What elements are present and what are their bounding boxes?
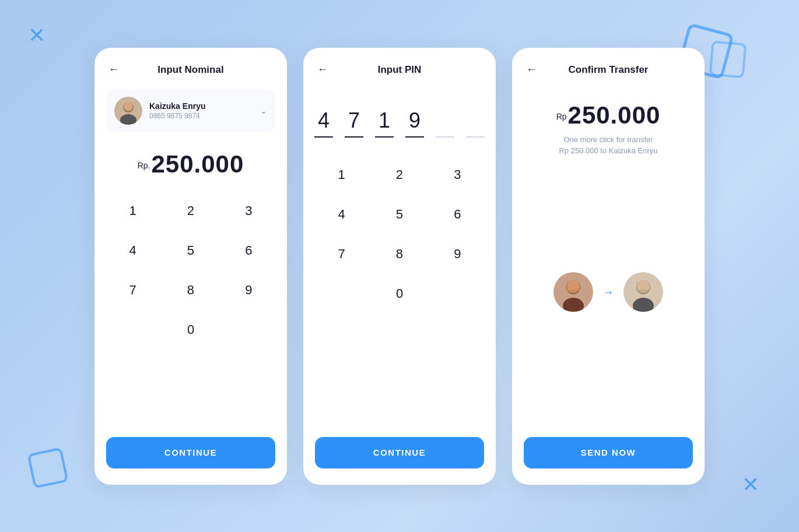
recipient-name: Kaizuka Enryu — [149, 101, 260, 111]
cards-container: ← Input Nominal Kaizuka Enryu 0865 9875 … — [94, 48, 705, 485]
numpad-row-1: 1 2 3 — [104, 192, 278, 230]
deco-rect-topright2 — [709, 40, 747, 78]
amount-value: 250.000 — [151, 150, 244, 178]
card3-send-button[interactable]: SEND NOW — [524, 437, 693, 468]
card2-title: Input PIN — [378, 64, 422, 76]
pin-key-9[interactable]: 9 — [436, 235, 478, 273]
key-4[interactable]: 4 — [112, 232, 154, 269]
currency-prefix: Rp. — [138, 161, 150, 170]
numpad-1: 1 2 3 4 5 6 7 8 9 0 — [94, 192, 287, 425]
recipient-avatar-confirm — [623, 272, 663, 312]
card1-header: ← Input Nominal — [94, 48, 287, 85]
card2-header: ← Input PIN — [303, 48, 496, 85]
numpad-2: 1 2 3 4 5 6 7 8 9 0 — [303, 156, 496, 425]
pin-key-4[interactable]: 4 — [321, 196, 363, 233]
pin-key-3[interactable]: 3 — [436, 156, 478, 193]
recipient-info: Kaizuka Enryu 0865 9875 9874 — [149, 101, 260, 120]
svg-point-8 — [565, 288, 567, 291]
pin-digit-1: 4 — [314, 108, 333, 138]
deco-x-bottomright: ✕ — [742, 473, 759, 497]
card-input-pin: ← Input PIN 4 7 1 9 - - 1 2 3 4 5 6 7 — [303, 48, 496, 485]
amount-display: Rp.250.000 — [94, 132, 287, 192]
recipient-row[interactable]: Kaizuka Enryu 0865 9875 9874 ⌄ — [106, 90, 275, 132]
numpad-row-3: 7 8 9 — [104, 272, 278, 309]
pin-key-8[interactable]: 8 — [379, 235, 420, 273]
card-input-nominal: ← Input Nominal Kaizuka Enryu 0865 9875 … — [94, 48, 287, 485]
numpad2-row-2: 4 5 6 — [313, 196, 486, 233]
chevron-down-icon[interactable]: ⌄ — [260, 106, 267, 115]
pin-key-5[interactable]: 5 — [379, 196, 420, 233]
pin-digit-2: 7 — [345, 108, 363, 138]
key-9[interactable]: 9 — [227, 272, 269, 309]
card3-header: ← Confirm Transfer — [512, 48, 705, 85]
numpad2-row-3: 7 8 9 — [313, 235, 486, 273]
key-1[interactable]: 1 — [112, 192, 154, 230]
pin-digit-6: - — [466, 108, 485, 138]
deco-x-topleft: ✕ — [28, 23, 45, 48]
transfer-arrow-icon: → — [602, 286, 614, 299]
card1-title: Input Nominal — [157, 64, 223, 76]
card2-continue-button[interactable]: CONTINUE — [315, 437, 484, 468]
recipient-avatar-svg — [623, 272, 663, 312]
sender-avatar-svg — [553, 272, 593, 312]
key-7[interactable]: 7 — [112, 272, 154, 309]
numpad2-row-1: 1 2 3 — [313, 156, 486, 193]
deco-rect-bottomleft — [27, 447, 68, 488]
pin-display: 4 7 1 9 - - — [303, 85, 496, 156]
confirm-amount-value: 250.000 — [568, 101, 661, 129]
avatar-svg-1 — [114, 97, 142, 125]
pin-digit-3: 1 — [375, 108, 394, 138]
pin-key-6[interactable]: 6 — [436, 196, 478, 233]
transfer-avatars: → — [512, 171, 705, 425]
pin-digit-5: - — [436, 108, 454, 138]
card1-continue-button[interactable]: CONTINUE — [106, 437, 275, 468]
key-3[interactable]: 3 — [227, 192, 269, 230]
sender-avatar — [553, 272, 593, 312]
pin-key-2[interactable]: 2 — [379, 156, 420, 193]
key-2[interactable]: 2 — [170, 192, 212, 230]
pin-key-1[interactable]: 1 — [321, 156, 363, 193]
confirm-currency-prefix: Rp — [556, 112, 567, 121]
card-confirm-transfer: ← Confirm Transfer Rp250.000 One more cl… — [512, 48, 705, 485]
card2-back-arrow[interactable]: ← — [317, 64, 328, 76]
pin-key-0[interactable]: 0 — [379, 275, 420, 312]
card1-back-arrow[interactable]: ← — [108, 64, 119, 76]
confirm-subtitle: One more click for transferRp 250.000 to… — [512, 134, 705, 157]
confirm-amount: Rp250.000 — [512, 85, 705, 134]
pin-key-7[interactable]: 7 — [321, 235, 363, 273]
card3-back-arrow[interactable]: ← — [526, 64, 537, 76]
numpad-row-2: 4 5 6 — [104, 232, 278, 269]
recipient-avatar — [114, 97, 142, 125]
numpad-row-4: 0 — [104, 311, 278, 348]
card3-title: Confirm Transfer — [569, 64, 649, 76]
pin-digit-4: 9 — [405, 108, 424, 138]
key-6[interactable]: 6 — [227, 232, 269, 269]
recipient-phone: 0865 9875 9874 — [149, 112, 260, 120]
numpad2-row-4: 0 — [313, 275, 486, 312]
key-0[interactable]: 0 — [170, 311, 212, 348]
key-8[interactable]: 8 — [170, 272, 212, 309]
key-5[interactable]: 5 — [170, 232, 212, 269]
